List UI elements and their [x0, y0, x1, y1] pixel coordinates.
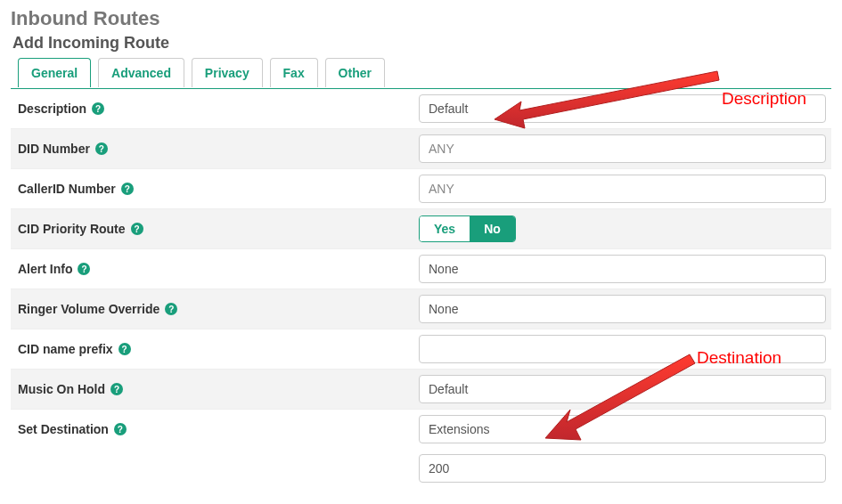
row-did-number: DID Number ? — [11, 129, 831, 169]
help-icon[interactable]: ? — [119, 343, 131, 355]
help-icon[interactable]: ? — [78, 263, 90, 275]
row-cid-prefix: CID name prefix ? — [11, 329, 831, 370]
cid-prefix-input[interactable] — [419, 335, 826, 363]
tab-privacy[interactable]: Privacy — [192, 58, 263, 87]
help-icon[interactable]: ? — [95, 142, 108, 155]
tab-advanced[interactable]: Advanced — [98, 58, 184, 87]
help-icon[interactable]: ? — [131, 223, 143, 235]
did-number-input[interactable] — [419, 134, 826, 163]
label-did-number: DID Number — [18, 142, 90, 156]
label-callerid-number: CallerID Number — [18, 182, 116, 196]
tab-fax[interactable]: Fax — [270, 58, 318, 87]
page-subtitle: Add Incoming Route — [12, 34, 831, 53]
label-alert-info: Alert Info — [18, 262, 72, 276]
row-alert-info: Alert Info ? None — [11, 249, 831, 289]
cid-priority-no[interactable]: No — [470, 216, 515, 241]
help-icon[interactable]: ? — [114, 423, 127, 435]
row-description: Description ? — [11, 89, 831, 129]
tab-strip: General Advanced Privacy Fax Other — [11, 58, 831, 89]
label-description: Description — [18, 102, 86, 116]
row-moh: Music On Hold ? Default — [11, 370, 831, 410]
row-destination: Set Destination ? Extensions — [11, 410, 831, 449]
help-icon[interactable]: ? — [92, 102, 104, 115]
row-ringer-override: Ringer Volume Override ? None — [11, 289, 831, 329]
destination-target-select[interactable]: 200 — [419, 454, 826, 483]
description-input[interactable] — [419, 94, 826, 123]
cid-priority-toggle: Yes No — [419, 215, 516, 242]
alert-info-select[interactable]: None — [419, 255, 826, 283]
help-icon[interactable]: ? — [121, 183, 134, 195]
row-cid-priority: CID Priority Route ? Yes No — [11, 209, 831, 249]
ringer-override-select[interactable]: None — [419, 295, 826, 323]
tab-other[interactable]: Other — [325, 58, 385, 87]
label-moh: Music On Hold — [18, 382, 105, 396]
page-title: Inbound Routes — [11, 7, 831, 30]
label-ringer-override: Ringer Volume Override — [18, 302, 159, 316]
label-cid-priority: CID Priority Route — [18, 222, 126, 236]
callerid-number-input[interactable] — [419, 175, 826, 203]
help-icon[interactable]: ? — [165, 303, 177, 315]
cid-priority-yes[interactable]: Yes — [420, 216, 470, 241]
moh-select[interactable]: Default — [419, 375, 826, 403]
tab-general[interactable]: General — [18, 58, 91, 87]
form-general: Description ? DID Number ? CallerID Numb… — [11, 89, 831, 488]
label-cid-prefix: CID name prefix — [18, 342, 113, 356]
label-destination: Set Destination — [18, 422, 109, 436]
destination-module-select[interactable]: Extensions — [419, 415, 826, 443]
row-callerid-number: CallerID Number ? — [11, 169, 831, 209]
help-icon[interactable]: ? — [110, 383, 123, 395]
row-destination-target: 200 — [11, 449, 831, 488]
